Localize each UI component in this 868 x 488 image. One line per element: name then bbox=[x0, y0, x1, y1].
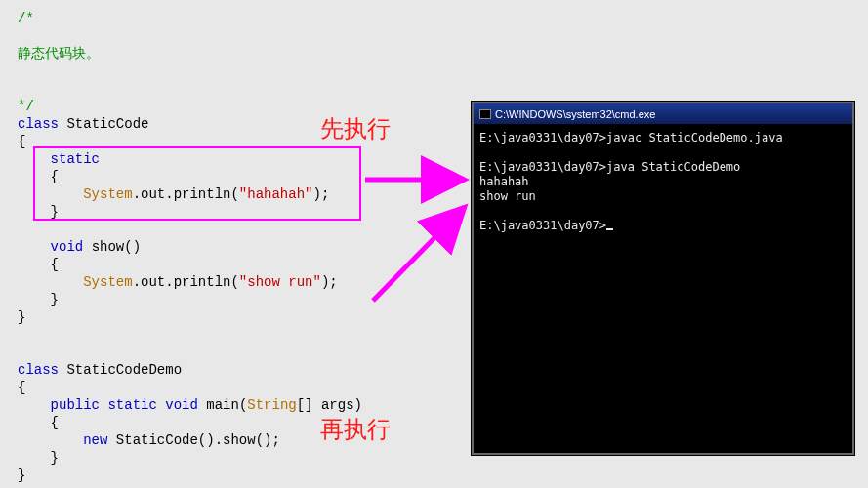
console-title-text: C:\WINDOWS\system32\cmd.exe bbox=[495, 103, 655, 125]
console-window: C:\WINDOWS\system32\cmd.exe E:\java0331\… bbox=[472, 102, 854, 455]
cmd-icon bbox=[479, 109, 491, 119]
console-titlebar[interactable]: C:\WINDOWS\system32\cmd.exe bbox=[474, 103, 852, 125]
label-first-execute: 先执行 bbox=[320, 113, 391, 144]
console-output: E:\java0331\day07>javac StaticCodeDemo.j… bbox=[474, 125, 852, 239]
console-cursor bbox=[606, 228, 613, 230]
code-content: /* 静态代码块。 */ class StaticCode { static {… bbox=[18, 10, 508, 484]
label-second-execute: 再执行 bbox=[320, 414, 391, 445]
code-editor: /* 静态代码块。 */ class StaticCode { static {… bbox=[0, 0, 508, 488]
